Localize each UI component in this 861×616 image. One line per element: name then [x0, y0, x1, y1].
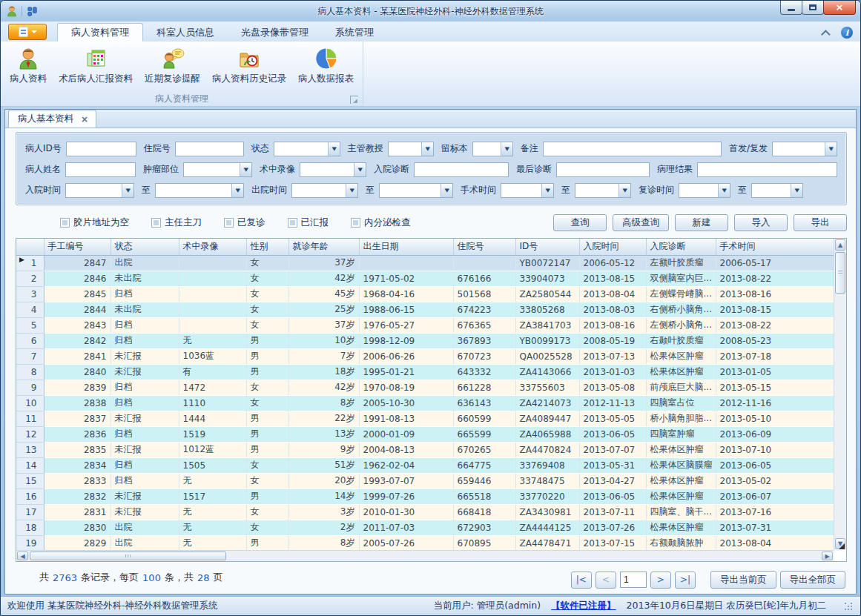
cell-surgery-date[interactable]: 2013-08-16: [716, 286, 834, 302]
cell-age[interactable]: 42岁: [288, 380, 359, 395]
table-row[interactable]: 42844未出院女25岁1988-06-15674223338052682013…: [16, 302, 834, 317]
cell-gender[interactable]: 男: [246, 364, 288, 380]
cell-manual-no[interactable]: 2835: [44, 442, 110, 457]
cell-diagnosis[interactable]: 松果体区肿瘤: [646, 442, 716, 457]
cell-age[interactable]: 8岁: [288, 395, 359, 411]
row-header-cell[interactable]: 8: [16, 364, 44, 380]
cell-status[interactable]: 出院: [110, 520, 179, 535]
cell-manual-no[interactable]: 2840: [44, 364, 110, 380]
cell-video[interactable]: [179, 286, 246, 302]
cell-status[interactable]: 未汇报: [110, 489, 179, 504]
cell-admission-no[interactable]: 672903: [453, 520, 515, 535]
cell-manual-no[interactable]: 2836: [44, 426, 110, 442]
row-header-cell[interactable]: 4: [16, 302, 44, 317]
filter-combo-specimen[interactable]: ▼: [472, 142, 513, 156]
cell-surgery-date[interactable]: 2013-05-02: [716, 473, 834, 489]
cell-admit-date[interactable]: 2012-11-13: [579, 395, 646, 411]
ribbon-tab-staff-info[interactable]: 科室人员信息: [143, 23, 228, 42]
cell-gender[interactable]: 女: [246, 380, 288, 395]
cell-admit-date[interactable]: 2013-05-08: [579, 380, 646, 395]
cell-manual-no[interactable]: 2837: [44, 411, 110, 426]
cell-id-no[interactable]: 33770220: [515, 489, 579, 504]
cell-birth-date[interactable]: 2005-07-26: [359, 535, 453, 551]
cell-status[interactable]: 归档: [110, 457, 179, 473]
table-row[interactable]: 102838归档1110女8岁2005-10-30636143ZA4214073…: [16, 395, 834, 411]
cell-gender[interactable]: 男: [246, 426, 288, 442]
combo-dropdown-button[interactable]: ▼: [501, 142, 512, 156]
export-current-page-button[interactable]: 导出当前页: [710, 571, 776, 589]
table-row[interactable]: 192829出院无男8岁2005-07-26670895ZA4478471201…: [16, 535, 834, 551]
cell-admit-date[interactable]: 2013-08-15: [579, 271, 646, 286]
combo-dropdown-button[interactable]: ▼: [618, 184, 630, 197]
filter-input-patient-name[interactable]: [65, 162, 136, 177]
column-header-video[interactable]: 术中录像: [179, 239, 246, 255]
row-header-cell[interactable]: 14: [16, 457, 44, 473]
cell-id-no[interactable]: ZA4478471: [515, 535, 579, 551]
filter-input-patient-id[interactable]: [66, 142, 136, 156]
filter-combo-discharge-date-from[interactable]: ▼: [291, 183, 358, 198]
layout-icon[interactable]: [26, 5, 39, 18]
cell-id-no[interactable]: ZA2580544: [515, 286, 579, 302]
cell-id-no[interactable]: YB0072147: [515, 255, 579, 271]
column-header-manual-no[interactable]: 手工编号: [44, 239, 110, 255]
vertical-scroll-thumb[interactable]: [835, 252, 845, 294]
cell-diagnosis[interactable]: 左额叶胶质瘤: [646, 255, 716, 271]
table-row[interactable]: 132835未汇报1012蓝男9岁2004-08-13670265ZA44708…: [16, 442, 834, 457]
cell-gender[interactable]: 女: [246, 286, 288, 302]
cell-manual-no[interactable]: 2829: [44, 535, 110, 551]
ribbon-tab-patient-data-management[interactable]: 病人资料管理: [57, 23, 143, 42]
table-row[interactable]: 52843归档女37岁1976-05-27676365ZA38417032013…: [16, 317, 834, 333]
cell-status[interactable]: 归档: [110, 473, 179, 489]
cell-admission-no[interactable]: 670265: [453, 442, 515, 457]
combo-dropdown-button[interactable]: ▼: [231, 184, 243, 197]
cell-age[interactable]: 25岁: [288, 302, 359, 317]
cell-age[interactable]: 9岁: [288, 442, 359, 457]
cell-manual-no[interactable]: 2839: [44, 380, 110, 395]
import-button[interactable]: 导入: [734, 214, 788, 231]
column-header-surgery-date[interactable]: 手术时间: [716, 239, 834, 255]
cell-birth-date[interactable]: 1991-08-13: [359, 411, 453, 426]
table-row[interactable]: 122836归档1519男13岁2000-01-09665599ZA406598…: [16, 426, 834, 442]
cell-admission-no[interactable]: 643332: [453, 364, 515, 380]
cell-manual-no[interactable]: 2843: [44, 317, 110, 333]
cell-video[interactable]: [179, 302, 246, 317]
cell-birth-date[interactable]: 2000-01-09: [359, 426, 453, 442]
cell-manual-no[interactable]: 2845: [44, 286, 110, 302]
cell-diagnosis[interactable]: 四脑室占位: [646, 395, 716, 411]
table-row[interactable]: 22846未出院女42岁1971-05-02676166339040732013…: [16, 271, 834, 286]
cell-diagnosis[interactable]: 松果体区肿瘤: [646, 364, 716, 380]
cell-birth-date[interactable]: 1971-05-02: [359, 271, 453, 286]
cell-age[interactable]: 22岁: [288, 411, 359, 426]
cell-manual-no[interactable]: 2833: [44, 473, 110, 489]
checkbox-box-icon[interactable]: [60, 218, 70, 228]
cell-gender[interactable]: 女: [246, 457, 288, 473]
ribbon-tab-disc-tape-management[interactable]: 光盘录像带管理: [228, 23, 322, 42]
cell-status[interactable]: 归档: [110, 395, 179, 411]
ribbon-button-patient-data-report[interactable]: 病人数据报表: [292, 43, 360, 92]
cell-age[interactable]: 8岁: [288, 535, 359, 551]
cell-gender[interactable]: 男: [246, 411, 288, 426]
cell-status[interactable]: 出院: [110, 255, 179, 271]
cell-admit-date[interactable]: 2013-07-26: [579, 520, 646, 535]
filter-combo-tumor-site[interactable]: ▼: [183, 162, 252, 177]
cell-age[interactable]: 37岁: [288, 317, 359, 333]
table-row[interactable]: 172831未汇报无女3岁2010-01-30668418ZA343098120…: [16, 504, 834, 520]
row-header-cell[interactable]: 3: [16, 286, 44, 302]
cell-age[interactable]: 42岁: [288, 271, 359, 286]
cell-video[interactable]: 1472: [179, 380, 246, 395]
cell-birth-date[interactable]: 1968-04-16: [359, 286, 453, 302]
column-header-id-no[interactable]: ID号: [515, 239, 579, 255]
cell-id-no[interactable]: ZA4444125: [515, 520, 579, 535]
cell-diagnosis[interactable]: 双侧脑室内巨...: [646, 271, 716, 286]
checkbox-film-address-empty[interactable]: 胶片地址为空: [60, 216, 129, 229]
doc-tab-patient-basic-info[interactable]: 病人基本资料 ×: [8, 110, 96, 127]
cell-surgery-date[interactable]: 2006-05-17: [716, 255, 834, 271]
cell-surgery-date[interactable]: 2013-01-05: [716, 364, 834, 380]
cell-age[interactable]: 3岁: [288, 504, 359, 520]
row-header-cell[interactable]: 16: [16, 489, 44, 504]
cell-diagnosis[interactable]: 四脑室、脑干...: [646, 504, 716, 520]
cell-gender[interactable]: 男: [246, 348, 288, 364]
combo-dropdown-button[interactable]: ▼: [240, 163, 251, 176]
cell-diagnosis[interactable]: 左侧桥小脑角...: [646, 317, 716, 333]
filter-combo-revisit-date-to[interactable]: ▼: [751, 183, 803, 198]
